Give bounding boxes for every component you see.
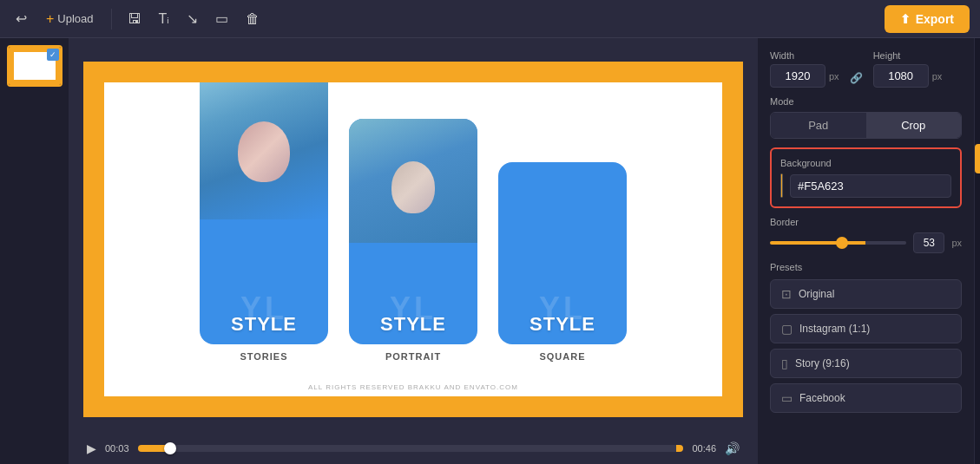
left-sidebar: ✓ (0, 38, 69, 464)
mode-crop-button[interactable]: Crop (866, 113, 962, 138)
upload-label: Upload (57, 12, 93, 25)
preset-instagram-icon: ▢ (781, 322, 793, 336)
card-square-label: SQUARE (539, 351, 585, 362)
mode-label: Mode (770, 96, 962, 107)
card-square[interactable]: YL STYLE (498, 162, 627, 344)
thumbnail-check: ✓ (47, 49, 59, 61)
preset-story-label: Story (9:16) (795, 357, 850, 369)
right-panel-scroll[interactable]: Width px 🔗 Height px (758, 38, 974, 464)
card-square-wrapper: YL STYLE SQUARE (498, 162, 627, 362)
dimensions-row: Width px 🔗 Height px (770, 50, 962, 88)
undo-button[interactable]: ↩ (10, 7, 32, 30)
divider-1 (111, 9, 112, 29)
card-portrait-label: PORTRAIT (385, 351, 441, 362)
card-stories[interactable]: YL STYLE (200, 82, 328, 344)
width-label: Width (770, 50, 839, 61)
rect-tool-button[interactable]: ▭ (210, 7, 233, 30)
link-icon-wrapper: 🔗 (850, 72, 863, 88)
preset-facebook-button[interactable]: ▭ Facebook (770, 383, 962, 413)
progress-thumb[interactable] (164, 442, 176, 454)
width-input-row: px (770, 64, 839, 88)
upload-button[interactable]: + Upload (39, 8, 101, 30)
card-stories-photo (200, 82, 328, 219)
icon-layers-button[interactable]: ☰ (975, 78, 980, 108)
border-unit: px (951, 238, 962, 248)
face-circle-stories (238, 121, 290, 182)
preset-facebook-icon: ▭ (781, 391, 793, 405)
height-group: Height px (873, 50, 943, 88)
timeline: ▶ 00:03 00:46 🔊 (83, 433, 743, 464)
icon-bar: ⊞ ☰ ⊡ ⊕ T ⁘ ≡ ⊟ (974, 38, 980, 464)
mode-pad-button[interactable]: Pad (771, 113, 866, 138)
canvas-inner: YL STYLE STORIES (104, 82, 722, 396)
height-label: Height (873, 50, 943, 61)
delete-button[interactable]: 🗑 (240, 8, 265, 30)
card-stories-wrapper: YL STYLE STORIES (200, 82, 328, 362)
icon-text-button[interactable]: T (975, 177, 980, 206)
width-input[interactable] (770, 64, 825, 88)
progress-end (676, 445, 683, 452)
export-button[interactable]: ⬆ Export (885, 5, 970, 33)
toolbar: ↩ + Upload 🖫 Tᵢ ↘ ▭ 🗑 ⬆ Export (0, 0, 980, 38)
icon-anchor-button[interactable]: ⊕ (975, 144, 980, 173)
preset-instagram-button[interactable]: ▢ Instagram (1:1) (770, 314, 962, 343)
progress-track[interactable] (138, 445, 684, 452)
preset-story-button[interactable]: ▯ Story (9:16) (770, 349, 962, 378)
copyright: ALL RIGHTS RESERVED BRAKKU AND ENVATO.CO… (104, 383, 722, 391)
bg-label: Background (780, 158, 951, 168)
save-button[interactable]: 🖫 (122, 8, 147, 30)
preset-instagram-label: Instagram (1:1) (799, 323, 870, 335)
slider-row: px (770, 232, 962, 253)
presets-label: Presets (770, 262, 962, 272)
face-circle-portrait (391, 161, 435, 213)
border-section: Border px (770, 217, 962, 253)
export-icon: ⬆ (900, 12, 911, 26)
card-portrait[interactable]: YL STYLE (349, 119, 477, 344)
border-value[interactable] (913, 232, 944, 253)
thumbnail-1[interactable]: ✓ (7, 45, 62, 87)
border-slider[interactable] (770, 241, 906, 245)
presets-section: Presets ⊡ Original ▢ Instagram (1:1) ▯ S… (770, 262, 962, 413)
border-label: Border (770, 217, 962, 227)
background-section: Background (770, 147, 962, 208)
time-start: 00:03 (105, 443, 129, 454)
canvas[interactable]: YL STYLE STORIES (83, 62, 743, 417)
icon-grid-button[interactable]: ⊞ (975, 45, 980, 75)
mode-row: Mode Pad Crop (770, 96, 962, 139)
color-swatch[interactable] (780, 173, 783, 198)
card-stories-face (200, 82, 328, 219)
card-portrait-photo (349, 119, 477, 243)
card-square-style: STYLE (529, 313, 595, 344)
width-unit: px (829, 71, 839, 82)
bg-color-row (780, 173, 951, 198)
preset-original-label: Original (799, 288, 834, 300)
icon-crop-button[interactable]: ⊡ (975, 111, 980, 141)
card-portrait-face (349, 119, 477, 243)
volume-icon[interactable]: 🔊 (725, 441, 740, 455)
plus-icon: + (46, 11, 54, 27)
play-button[interactable]: ▶ (87, 441, 96, 455)
right-panel: Width px 🔗 Height px (757, 38, 974, 464)
card-stories-style: STYLE (231, 313, 297, 344)
card-stories-label: STORIES (240, 351, 287, 362)
preset-original-button[interactable]: ⊡ Original (770, 279, 962, 309)
height-input[interactable] (873, 64, 929, 88)
canvas-wrapper: YL STYLE STORIES (83, 52, 743, 426)
card-portrait-wrapper: YL STYLE PORTRAIT (349, 119, 477, 362)
width-group: Width px (770, 50, 839, 88)
text-tool-button[interactable]: Tᵢ (154, 7, 175, 30)
preset-original-icon: ⊡ (781, 287, 792, 301)
mode-buttons: Pad Crop (770, 112, 962, 139)
arrow-tool-button[interactable]: ↘ (181, 7, 203, 30)
preset-facebook-label: Facebook (799, 392, 845, 404)
canvas-area: YL STYLE STORIES (69, 38, 757, 464)
height-unit: px (932, 71, 943, 82)
main-area: ✓ Y (0, 38, 980, 464)
preset-story-icon: ▯ (781, 356, 788, 370)
link-icon[interactable]: 🔗 (850, 72, 863, 84)
icon-elements-button[interactable]: ⁘ (975, 210, 980, 239)
canvas-cards: YL STYLE STORIES (104, 82, 722, 396)
icon-template-button[interactable]: ⊟ (975, 276, 980, 305)
color-input[interactable] (790, 174, 951, 198)
icon-sliders-button[interactable]: ≡ (975, 243, 980, 272)
